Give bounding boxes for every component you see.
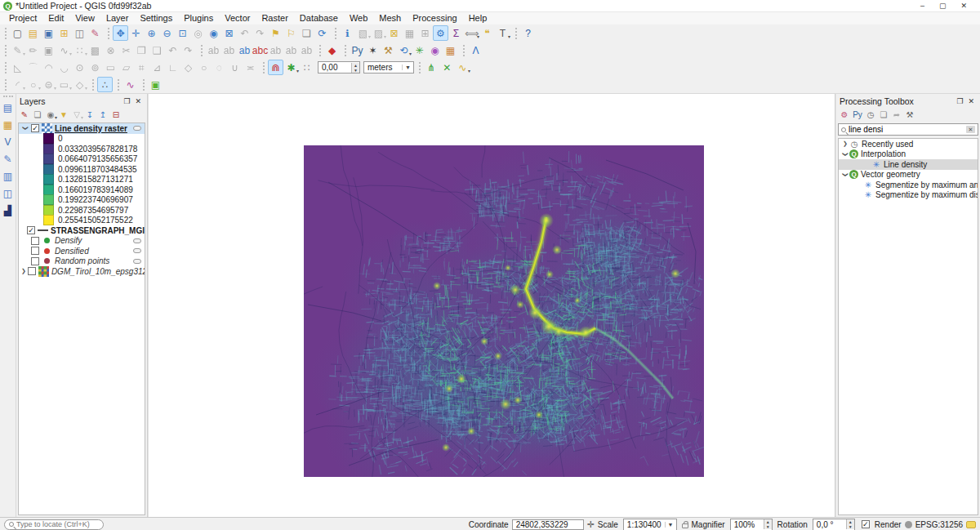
crs-status[interactable]: EPSG:31256 <box>915 520 963 529</box>
change-label-button[interactable]: ab <box>299 42 314 58</box>
zoom-in-button[interactable]: ⊕ <box>144 25 159 41</box>
layer-tree-row[interactable]: Line density raster <box>19 123 145 134</box>
layer-visibility-checkbox[interactable] <box>31 237 39 245</box>
trim-extend-button[interactable]: ≍ <box>243 60 258 75</box>
snapping-units-select[interactable]: meters ▼ <box>363 61 414 73</box>
add-ring-button[interactable]: ▱ <box>118 60 134 75</box>
menu-item[interactable]: Database <box>294 12 344 24</box>
layer-tree-row[interactable]: Densified <box>19 246 145 256</box>
menu-item[interactable]: Help <box>463 12 493 24</box>
menu-item[interactable]: Raster <box>256 12 293 24</box>
copy-features-button[interactable]: ❐ <box>134 42 149 58</box>
zoom-last-button[interactable]: ↶ <box>237 25 252 41</box>
undo-button[interactable]: ↶ <box>165 42 180 58</box>
add-raster-layer-icon[interactable]: ▦ <box>1 118 16 132</box>
measure-button[interactable]: ⟺ <box>464 25 479 41</box>
map-tips-button[interactable]: ❝ <box>479 25 495 41</box>
options-icon[interactable]: ⚒ <box>903 109 916 122</box>
processing-toolbox-button[interactable]: ⚙ <box>433 25 448 41</box>
algorithm-tree-row[interactable]: ✳ Segmentize by maximum distance <box>839 190 978 201</box>
menu-item[interactable]: Mesh <box>373 12 407 24</box>
profile-tool-button[interactable]: ∿ <box>122 77 138 92</box>
float-panel-icon[interactable]: ❐ <box>954 97 965 105</box>
map-raster[interactable] <box>304 145 704 477</box>
identify-features-button[interactable]: ℹ <box>340 25 355 41</box>
close-panel-icon[interactable]: ✕ <box>965 97 977 105</box>
redo-button[interactable]: ↷ <box>180 42 196 58</box>
open-project-button[interactable]: ▤ <box>25 25 41 41</box>
add-postgis-layer-icon[interactable]: ▥ <box>1 169 16 184</box>
open-attribute-table-button[interactable]: ▦ <box>402 25 417 41</box>
osgeo-tools-button[interactable]: ⚒ <box>381 42 396 58</box>
text-annotation-button[interactable]: T <box>495 25 510 41</box>
plugin-disc-button[interactable]: ◉ <box>427 42 443 58</box>
toggle-editing-button[interactable]: ✏ <box>25 42 41 58</box>
layer-visibility-checkbox[interactable] <box>31 124 39 132</box>
clear-search-icon[interactable]: ✕ <box>966 126 975 133</box>
highlight-labels-button[interactable]: abc <box>252 42 268 58</box>
save-project-button[interactable]: ▣ <box>41 25 56 41</box>
close-panel-icon[interactable]: ✕ <box>132 97 144 105</box>
simplify-feature-button[interactable]: ▭ <box>103 60 118 75</box>
close-button[interactable]: ✕ <box>960 2 967 10</box>
memory-layer-indicator-icon[interactable] <box>133 248 141 253</box>
plugin-layer-button[interactable]: ▣ <box>148 77 163 92</box>
rectangle-tool-button[interactable]: ▭ <box>56 77 72 92</box>
edit-inplace-icon[interactable]: ➦ <box>890 109 903 122</box>
digitize-with-segment-button[interactable]: ∿ <box>56 42 72 58</box>
menu-item[interactable]: Web <box>344 12 373 24</box>
menu-item[interactable]: Settings <box>134 12 178 24</box>
debug-plugin-button[interactable]: ✶ <box>365 42 381 58</box>
delete-part-button[interactable]: ◇ <box>180 60 196 75</box>
layer-diagram-button[interactable]: ab <box>221 42 237 58</box>
field-calculator-button[interactable]: ⊞ <box>417 25 433 41</box>
advanced-digitizing-panel-button[interactable]: ◺ <box>10 60 25 75</box>
scale-select[interactable]: 1:130400 ▼ <box>623 519 677 530</box>
expander-chevron-icon[interactable] <box>842 150 849 158</box>
lambda-plugin-button[interactable]: Λ <box>468 42 483 58</box>
filter-legend-icon[interactable]: ▼ <box>57 109 70 122</box>
layer-tree-row[interactable]: 0.166019783914089 <box>19 185 145 195</box>
vertex-tool-button[interactable]: ∷ <box>72 42 87 58</box>
layer-tree-row[interactable]: Densify <box>19 236 145 247</box>
algorithm-tree-row[interactable]: ✳ Segmentize by maximum angle <box>839 180 978 190</box>
open-style-panel-icon[interactable]: ✎ <box>18 109 31 122</box>
refresh-button[interactable]: ⟳ <box>314 25 330 41</box>
locate-input[interactable] <box>16 520 112 528</box>
circular-string-curve-button[interactable]: ◜ <box>10 77 25 92</box>
zoom-out-button[interactable]: ⊖ <box>159 25 175 41</box>
menu-item[interactable]: Edit <box>42 12 69 24</box>
remove-layer-icon[interactable]: ⊟ <box>109 109 122 122</box>
move-label-button[interactable]: ab <box>268 42 283 58</box>
expander-chevron-icon[interactable] <box>842 171 849 179</box>
layer-tree-row[interactable]: 0.0664079135656357 <box>19 154 145 165</box>
zoom-next-button[interactable]: ↷ <box>252 25 268 41</box>
save-edits-button[interactable]: ▣ <box>41 42 56 58</box>
new-map-view-button[interactable]: ❏ <box>299 25 314 41</box>
layer-visibility-checkbox[interactable] <box>31 257 39 265</box>
statistics-button[interactable]: Σ <box>448 25 464 41</box>
new-layout-button[interactable]: ◫ <box>72 25 87 41</box>
memory-layer-indicator-icon[interactable] <box>133 238 141 243</box>
layer-tree-row[interactable]: Random points <box>19 256 145 267</box>
zoom-to-selection-button[interactable]: ◎ <box>190 25 206 41</box>
magnifier-spinner[interactable]: 100% ▲▼ <box>730 519 773 530</box>
menu-item[interactable]: Plugins <box>178 12 219 24</box>
menu-item[interactable]: Vector <box>219 12 256 24</box>
expander-chevron-icon[interactable] <box>841 140 849 147</box>
reshape-features-button[interactable]: ○ <box>196 60 212 75</box>
circle-tool-button[interactable]: ○ <box>25 77 41 92</box>
pan-to-selection-button[interactable]: ✛ <box>128 25 144 41</box>
add-virtual-layer-icon[interactable]: ◫ <box>1 186 16 201</box>
layer-visibility-checkbox[interactable] <box>31 247 39 255</box>
results-viewer-icon[interactable]: ❏ <box>877 109 890 122</box>
rotate-feature-button[interactable]: ⊚ <box>87 60 103 75</box>
messages-icon[interactable] <box>966 521 976 528</box>
paste-features-button[interactable]: ❑ <box>149 42 165 58</box>
move-feature-button[interactable]: ◡ <box>56 60 72 75</box>
coordinate-input[interactable]: 24802,353229 <box>512 519 584 530</box>
style-manager-button[interactable]: ✎ <box>87 25 103 41</box>
self-snapping-button[interactable]: ✕ <box>439 60 455 75</box>
statistical-summary-icon[interactable]: ▟ <box>1 203 16 218</box>
expand-all-icon[interactable]: ↧ <box>83 109 96 122</box>
